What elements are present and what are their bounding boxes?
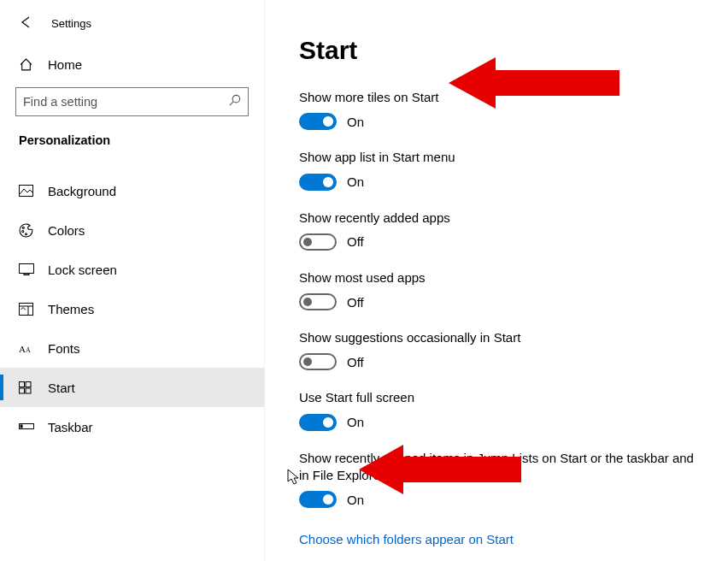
lock-screen-icon: [19, 263, 34, 275]
setting-label: Show most used apps: [299, 269, 694, 286]
setting-recently-added: Show recently added apps Off: [299, 210, 694, 251]
svg-text:A: A: [19, 344, 26, 354]
nav-label: Lock screen: [48, 263, 117, 277]
nav-label: Colors: [48, 223, 85, 238]
home-icon: [19, 57, 34, 72]
background-icon: [19, 185, 34, 197]
taskbar-icon: [19, 423, 34, 430]
setting-label: Show app list in Start menu: [299, 149, 694, 166]
toggle-most-used[interactable]: [299, 293, 337, 310]
svg-point-3: [22, 230, 24, 232]
setting-label: Show recently added apps: [299, 210, 694, 227]
home-label: Home: [48, 57, 82, 72]
setting-show-app-list: Show app list in Start menu On: [299, 149, 694, 190]
svg-rect-5: [20, 264, 34, 274]
nav-label: Taskbar: [48, 420, 93, 434]
nav-label: Background: [48, 184, 116, 198]
back-icon[interactable]: [19, 15, 32, 32]
sidebar-item-colors[interactable]: Colors: [0, 210, 264, 250]
nav-label: Fonts: [48, 341, 80, 356]
toggle-state: On: [347, 415, 364, 429]
svg-point-2: [22, 227, 24, 228]
svg-text:A: A: [26, 346, 31, 354]
svg-rect-6: [24, 274, 29, 275]
search-box[interactable]: [15, 87, 249, 116]
toggle-show-app-list[interactable]: [299, 174, 337, 191]
section-header-personalization: Personalization: [0, 127, 264, 156]
sidebar-item-themes[interactable]: Themes: [0, 289, 264, 328]
svg-point-4: [25, 233, 26, 234]
search-icon: [228, 94, 241, 109]
sidebar: Settings Home Personalization Background: [0, 0, 265, 561]
page-title: Start: [299, 36, 694, 65]
setting-most-used: Show most used apps Off: [299, 269, 694, 310]
toggle-state: Off: [347, 234, 364, 249]
toggle-state: On: [347, 174, 364, 189]
nav-label: Start: [48, 381, 75, 395]
toggle-full-screen[interactable]: [299, 414, 337, 431]
setting-full-screen: Use Start full screen On: [299, 389, 694, 430]
svg-rect-11: [26, 381, 31, 387]
sidebar-item-taskbar[interactable]: Taskbar: [0, 407, 264, 446]
toggle-state: On: [347, 493, 364, 507]
setting-label: Show suggestions occasionally in Start: [299, 329, 694, 346]
toggle-recently-added[interactable]: [299, 233, 337, 251]
colors-icon: [19, 223, 34, 238]
toggle-state: Off: [347, 295, 364, 310]
search-input[interactable]: [23, 95, 220, 109]
sidebar-item-background[interactable]: Background: [0, 171, 264, 210]
toggle-state: On: [347, 115, 364, 129]
setting-jump-lists: Show recently opened items in Jump Lists…: [299, 450, 694, 509]
svg-rect-12: [20, 388, 25, 393]
svg-point-0: [232, 95, 239, 102]
choose-folders-link[interactable]: Choose which folders appear on Start: [299, 532, 514, 546]
toggle-show-more-tiles[interactable]: [299, 113, 337, 130]
start-icon: [19, 381, 34, 394]
setting-show-more-tiles: Show more tiles on Start On: [299, 89, 694, 130]
window-title: Settings: [51, 17, 91, 30]
sidebar-item-fonts[interactable]: AA Fonts: [0, 328, 264, 368]
fonts-icon: AA: [19, 342, 34, 354]
toggle-state: Off: [347, 355, 364, 369]
themes-icon: [19, 303, 34, 316]
main-content: Start Show more tiles on Start On Show a…: [265, 0, 728, 561]
setting-suggestions: Show suggestions occasionally in Start O…: [299, 329, 694, 370]
setting-label: Show more tiles on Start: [299, 89, 694, 106]
setting-label: Use Start full screen: [299, 389, 694, 406]
toggle-jump-lists[interactable]: [299, 491, 337, 508]
sidebar-item-home[interactable]: Home: [0, 49, 264, 82]
svg-rect-15: [21, 425, 22, 428]
nav-label: Themes: [48, 302, 94, 316]
sidebar-item-lock-screen[interactable]: Lock screen: [0, 250, 264, 289]
toggle-suggestions[interactable]: [299, 353, 337, 370]
svg-rect-13: [26, 388, 31, 393]
setting-label: Show recently opened items in Jump Lists…: [299, 450, 694, 485]
sidebar-item-start[interactable]: Start: [0, 368, 264, 407]
svg-rect-10: [20, 381, 25, 387]
